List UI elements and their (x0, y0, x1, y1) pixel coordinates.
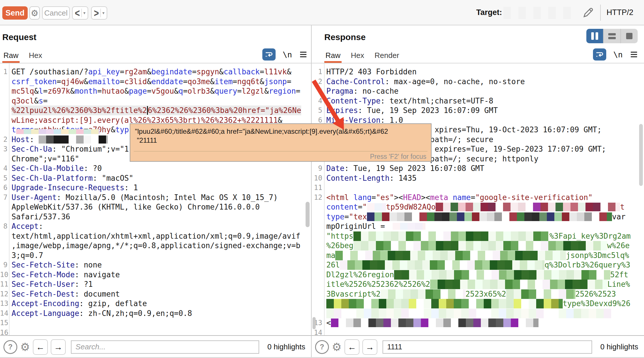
word-wrap-toggle-button[interactable] (593, 48, 606, 61)
red-annotation-arrow (304, 74, 353, 137)
request-editor-row[interactable]: 8Accept: (0, 221, 311, 231)
response-editor-row[interactable]: content="tp59dW82AQot (312, 202, 644, 212)
redacted-pixelation (385, 223, 425, 230)
forward-button[interactable]: > ▾ (91, 6, 107, 20)
request-editor-row[interactable]: ,image/webp,image/apng,*/*;q=0.8,applica… (0, 241, 311, 250)
request-search-input[interactable] (71, 340, 259, 354)
response-editor-row[interactable]: 3Pragma: no-cache (312, 86, 644, 96)
line-number: 8 (0, 221, 7, 231)
response-pane: Response RawHexRender \n (312, 25, 644, 358)
request-title: Request (2, 32, 36, 42)
request-editor-row[interactable]: 5Sec-Ch-Ua-Platform: "macOS" (0, 173, 311, 183)
request-editor-row[interactable]: 9Sec-Fetch-Site: none (0, 260, 311, 270)
tab-raw[interactable]: Raw (324, 51, 342, 63)
response-editor-row[interactable]: itle%2526%252362%2526%2Line% (312, 279, 644, 289)
response-editor-row[interactable]: type="texvar (312, 212, 644, 222)
response-editor-row[interactable]: "https%3Fapi_key%3Drg2am (312, 231, 644, 241)
editor-menu-icon[interactable] (299, 51, 308, 58)
request-editor-row[interactable]: Safari/537.36 (0, 212, 311, 222)
word-wrap-toggle-button[interactable] (262, 48, 276, 61)
response-editor-row[interactable]: 26lq%3Dolrb3%26query%3 (312, 260, 644, 270)
redacted-pixelation (430, 280, 607, 289)
redacted-pixelation (39, 135, 108, 144)
search-prev-button[interactable]: ← (33, 339, 48, 355)
layout-rows-button[interactable] (603, 29, 620, 43)
line-number: 5 (0, 173, 7, 183)
search-help-icon[interactable]: ? (3, 340, 17, 354)
redacted-pixelation (436, 203, 620, 211)
response-left-scrollbar[interactable] (312, 317, 316, 329)
back-button[interactable]: < ▾ (72, 6, 88, 20)
show-newlines-toggle[interactable]: \n (613, 50, 623, 59)
response-editor-row[interactable]: type%3Devxd9%26 (312, 299, 644, 308)
cancel-button[interactable]: Cancel (42, 6, 70, 20)
response-editor[interactable]: 1HTTP/2 403 Forbidden2Cache-Control: max… (312, 63, 644, 335)
tab-raw[interactable]: Raw (2, 51, 20, 63)
request-editor-row[interactable]: AppleWebKit/537.36 (KHTML, like Gecko) C… (0, 202, 311, 212)
request-editor-row[interactable]: 11Sec-Fetch-User: ?1 (0, 279, 311, 289)
line-number: 16 (0, 328, 7, 335)
request-editor[interactable]: 1GET /southasian/?api_key=rg2am&begindat… (0, 63, 311, 335)
request-editor-row[interactable]: q3ocl&s= (0, 96, 311, 106)
search-help-icon[interactable]: ? (315, 340, 329, 354)
layout-toggle-group (586, 29, 638, 43)
response-editor-row[interactable]: 9Date: Tue, 19 Sep 2023 16:07:08 GMT (312, 163, 644, 173)
show-newlines-toggle[interactable]: \n (283, 50, 292, 59)
response-editor-row[interactable]: majsonp%3Dmc5lq% (312, 250, 644, 260)
tab-hex[interactable]: Hex (28, 51, 43, 63)
search-next-button[interactable]: → (362, 339, 377, 355)
response-search-input[interactable] (383, 340, 592, 354)
response-editor-row[interactable]: 1HTTP/2 403 Forbidden (312, 67, 644, 77)
response-editor-row[interactable]: %26begw%26e (312, 241, 644, 250)
response-editor-row[interactable]: 12<html lang="es"><HEAD><meta name="goog… (312, 193, 644, 202)
edit-target-pencil-icon[interactable] (582, 6, 594, 19)
search-prev-button[interactable]: ← (344, 339, 359, 355)
request-editor-row[interactable]: %22lpuu2l%26%2360%3b%2ftitle%26%2362%26%… (0, 105, 311, 115)
redacted-pixelation (367, 212, 612, 221)
request-editor-row[interactable]: csrf_token=qj46w&emailto=c3lid&enddate=q… (0, 77, 311, 86)
back-dropdown-caret-icon[interactable]: ▾ (83, 10, 86, 16)
line-number: 9 (312, 163, 322, 173)
request-editor-row[interactable]: 12Sec-Fetch-Dest: document (0, 289, 311, 299)
request-editor-row[interactable]: 15 (0, 318, 311, 328)
request-editor-row[interactable]: 10Sec-Fetch-Mode: navigate (0, 270, 311, 280)
request-editor-row[interactable]: 7User-Agent: Mozilla/5.0 (Macintosh; Int… (0, 193, 311, 202)
request-editor-row[interactable]: text/html,application/xhtml+xml,applicat… (0, 231, 311, 241)
forward-dropdown-caret-icon[interactable]: ▾ (102, 10, 105, 16)
repeater-toolbar: Send ⚙ Cancel < ▾ > ▾ Target: HTTP/2 (0, 0, 644, 25)
decoded-value-tooltip: "lpuu2l&#60;/title&#62&#60;a href="ja&Ne… (130, 123, 432, 162)
response-editor-row[interactable] (312, 308, 644, 318)
request-editor-row[interactable]: 16 (0, 328, 311, 335)
response-editor-row[interactable]: 3Bvascript%22523x65%22526%2523 (312, 289, 644, 299)
line-number: 14 (0, 308, 7, 318)
request-editor-row[interactable]: 3;q=0.7 (0, 250, 311, 260)
request-editor-row[interactable]: 4Sec-Ch-Ua-Mobile: ?0 (0, 163, 311, 173)
request-editor-row[interactable]: 13Accept-Encoding: gzip, deflate (0, 299, 311, 308)
editor-menu-icon[interactable] (630, 51, 638, 58)
response-editor-row[interactable]: 14 (312, 328, 644, 335)
response-editor-row[interactable]: 10Content-Length: 1435 (312, 173, 644, 183)
request-editor-row[interactable]: 6Upgrade-Insecure-Requests: 1 (0, 183, 311, 193)
search-settings-gear-icon[interactable]: ⚙ (20, 342, 30, 353)
response-editor-row[interactable]: 5Expires: Tue, 19 Sep 2023 16:07:09 GMT (312, 105, 644, 115)
layout-columns-button[interactable] (586, 29, 603, 43)
search-settings-gear-icon[interactable]: ⚙ (332, 342, 342, 353)
send-button[interactable]: Send (2, 6, 28, 20)
response-editor-row[interactable]: 4Content-Type: text/html;charset=UTF-8 (312, 96, 644, 106)
response-editor-row[interactable]: 13< (312, 318, 644, 328)
target-label: Target: (476, 8, 502, 17)
response-editor-row[interactable]: mpOriginUrl = (312, 221, 644, 231)
tab-hex[interactable]: Hex (350, 51, 365, 63)
request-editor-row[interactable]: 1GET /southasian/?api_key=rg2am&begindat… (0, 67, 311, 77)
tab-render[interactable]: Render (373, 51, 400, 63)
response-editor-row[interactable]: 2Cache-Control: max-age=0, no-cache, no-… (312, 77, 644, 86)
response-editor-row[interactable]: Dl2gzl%26region52ft (312, 270, 644, 280)
request-editor-row[interactable]: mc5lq&l=z697k&month=hutao&page=v5gou&q=o… (0, 86, 311, 96)
request-editor-row[interactable]: 14Accept-Language: zh-CN,zh;q=0.9,en;q=0… (0, 308, 311, 318)
search-next-button[interactable]: → (51, 339, 66, 355)
request-scrollbar[interactable] (306, 202, 310, 227)
send-settings-gear-icon[interactable]: ⚙ (29, 6, 40, 20)
response-scrollbar[interactable] (639, 124, 643, 186)
layout-single-button[interactable] (620, 29, 638, 43)
response-editor-row[interactable]: 11 (312, 183, 644, 193)
